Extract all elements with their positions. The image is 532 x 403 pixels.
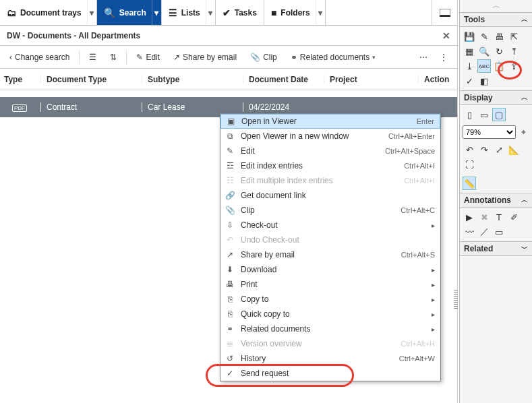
change-search-button[interactable]: ‹ Change search (5, 51, 73, 64)
submenu-arrow-icon: ▸ (432, 222, 435, 229)
col-doctype[interactable]: Document Type (40, 75, 142, 84)
print-tool-icon[interactable]: 🖶 (492, 30, 506, 43)
table-header: Type Document Type Subtype Document Date… (0, 69, 457, 90)
measure-icon[interactable]: 📐 (507, 143, 521, 156)
submenu-arrow-icon: ▸ (432, 266, 435, 274)
page-layout-icon[interactable]: ▯ (463, 108, 476, 121)
text-annot-icon[interactable]: T (492, 210, 506, 224)
share-icon: ↗ (225, 250, 235, 259)
pen-annot-icon[interactable]: ✐ (507, 210, 521, 224)
zoom-select[interactable]: 79% (463, 125, 516, 139)
shortcut: Enter (417, 117, 434, 125)
toolbar-label: Share by email (183, 53, 237, 62)
pencil-icon: ✎ (225, 146, 235, 156)
ctx-edit[interactable]: ✎ Edit Ctrl+Alt+Space (220, 144, 440, 158)
fit-page-icon[interactable]: ▢ (492, 108, 506, 121)
ctx-label: Related documents (241, 324, 426, 334)
chevron-up-icon: ︿ (521, 195, 528, 205)
fit-icon[interactable]: ⛶ (463, 158, 476, 171)
redo-icon[interactable]: ↻ (492, 44, 506, 58)
ctx-label: Get document link (241, 191, 435, 200)
ruler-icon[interactable]: 📏 (463, 177, 476, 190)
print-icon: 🖶 (225, 280, 235, 289)
ctx-share[interactable]: ↗ Share by email Ctrl+Alt+S (220, 247, 440, 262)
layout-toggle-button[interactable] (432, 0, 457, 25)
tab-lists[interactable]: ☰ Lists ▾ (162, 0, 216, 25)
chevron-down-icon[interactable]: ▾ (316, 0, 325, 25)
clipboard-icon[interactable]: 📋 (492, 59, 506, 73)
tab-tasks[interactable]: ✔ Tasks (216, 0, 264, 25)
panel-annotations[interactable]: Annotations ︿ (460, 193, 532, 208)
rect-icon[interactable]: ▭ (492, 225, 506, 239)
col-date[interactable]: Document Date (243, 75, 324, 84)
highlight-icon[interactable]: 〰 (463, 225, 476, 239)
pointer-icon[interactable]: ▶ (463, 210, 476, 224)
col-actions[interactable]: Action (418, 75, 457, 84)
line-icon[interactable]: ／ (477, 225, 491, 239)
ctx-copy-to[interactable]: ⎘ Copy to ▸ (220, 292, 440, 307)
close-button[interactable]: ✕ (442, 30, 450, 41)
more-button[interactable]: ⋯ (415, 51, 432, 64)
ctx-label: History (241, 354, 394, 363)
download-tool-icon[interactable]: ⤓ (463, 59, 476, 73)
panel-title: Related (464, 244, 493, 253)
upload-icon[interactable]: ⤒ (507, 44, 521, 58)
zoom-target-icon[interactable]: ⌖ (517, 126, 529, 138)
ctx-edit-index[interactable]: ☲ Edit index entries Ctrl+Alt+I (220, 158, 440, 173)
col-project[interactable]: Project (324, 75, 418, 84)
sort-button[interactable]: ⇅ (106, 51, 121, 64)
chevron-down-icon[interactable]: ▾ (206, 0, 215, 25)
share-button[interactable]: ↗ Share by email (169, 51, 241, 64)
ctx-label: Quick copy to (241, 309, 426, 319)
delete-annot-icon[interactable]: ✖ (477, 210, 491, 224)
edit-button[interactable]: ✎ Edit (132, 51, 164, 64)
export-icon[interactable]: ⇱ (507, 30, 521, 43)
two-page-icon[interactable]: ▭ (477, 108, 491, 121)
version-icon: ≣ (225, 339, 235, 348)
ctx-label: Send request (241, 369, 435, 378)
ctx-clip[interactable]: 📎 Clip Ctrl+Alt+C (220, 203, 440, 218)
tab-search[interactable]: 🔍 Search ▾ (97, 0, 162, 25)
copy-icon: ⎘ (225, 294, 235, 304)
tab-document-trays[interactable]: 🗂 Document trays ▾ (0, 0, 97, 25)
ctx-send-request[interactable]: ✓ Send request (220, 366, 440, 381)
collapse-up-button[interactable]: ︿ (460, 0, 532, 12)
grid-icon[interactable]: ▦ (463, 44, 476, 58)
ctx-print[interactable]: 🖶 Print ▸ (220, 277, 440, 292)
clip-button[interactable]: 📎 Clip (246, 51, 281, 64)
ctx-related[interactable]: ⚭ Related documents ▸ (220, 321, 440, 336)
chevron-down-icon[interactable]: ▾ (152, 0, 161, 25)
edit-tool-icon[interactable]: ✎ (477, 30, 491, 43)
flip-icon[interactable]: ⤢ (492, 143, 506, 156)
search-tool-icon[interactable]: 🔍 (477, 44, 491, 58)
panel-title: Tools (464, 15, 485, 24)
related-button[interactable]: ⚭ Related documents ▾ (287, 51, 380, 64)
save-icon[interactable]: 💾 (463, 30, 476, 43)
panel-display[interactable]: Display ︿ (460, 90, 532, 105)
ctx-get-link[interactable]: 🔗 Get document link (220, 188, 440, 203)
ctx-checkout[interactable]: ⇩ Check-out ▸ (220, 218, 440, 232)
sort-icon: ⇅ (110, 53, 117, 62)
link-icon: ⚭ (291, 53, 297, 62)
col-type[interactable]: Type (0, 75, 40, 84)
tab-folders[interactable]: ■ Folders ▾ (264, 0, 326, 25)
crop-icon[interactable]: ◧ (477, 74, 491, 88)
ctx-quick-copy[interactable]: ⎘ Quick copy to ▸ (220, 307, 440, 321)
resize-handle[interactable] (454, 290, 458, 310)
rotate-right-icon[interactable]: ↷ (477, 143, 491, 156)
col-subtype[interactable]: Subtype (142, 75, 243, 84)
panel-tools[interactable]: Tools ︿ (460, 12, 532, 27)
menu-button[interactable]: ⋮ (436, 51, 452, 64)
abc-text-icon[interactable]: ABC (477, 59, 491, 73)
rotate-left-icon[interactable]: ↶ (463, 143, 476, 156)
stamp-icon[interactable]: ✓ (463, 74, 476, 88)
chevron-down-icon: ▾ (372, 54, 376, 61)
list-view-button[interactable]: ☰ (85, 51, 100, 64)
ctx-open-new-window[interactable]: ⧉ Open Viewer in a new window Ctrl+Alt+E… (220, 129, 440, 144)
panel-related[interactable]: Related ﹀ (460, 241, 532, 256)
ctx-open-viewer[interactable]: ▣ Open in Viewer Enter (220, 114, 440, 129)
ctx-download[interactable]: ⬇ Download ▸ (220, 262, 440, 277)
chevron-down-icon[interactable]: ▾ (87, 0, 96, 25)
share-tool-icon[interactable]: ⇪ (507, 59, 521, 73)
ctx-history[interactable]: ↺ History Ctrl+Alt+W (220, 351, 440, 366)
